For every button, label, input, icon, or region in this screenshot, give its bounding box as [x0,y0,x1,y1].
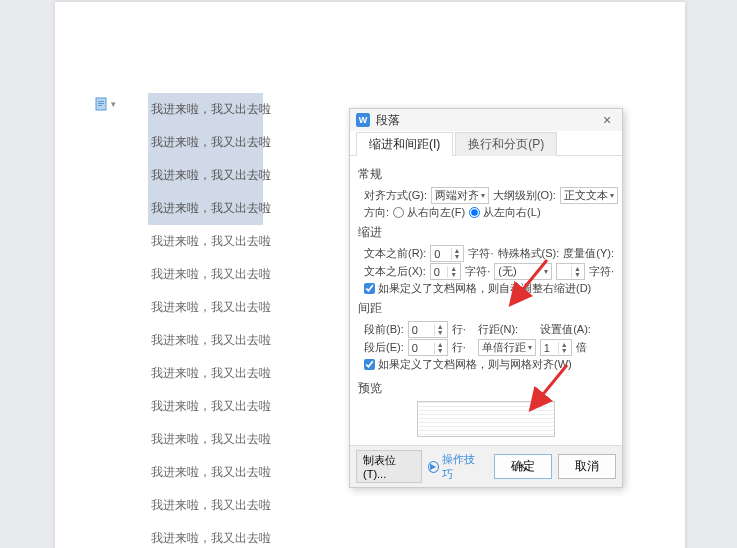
dialog-body: 常规 对齐方式(G): 两端对齐▾ 大纲级别(O): 正文文本▾ 方向: 从右向… [350,156,622,445]
text-line[interactable]: 我进来啦，我又出去啦 [148,225,263,258]
chevron-down-icon: ▾ [111,99,116,109]
tab-indent-spacing[interactable]: 缩进和间距(I) [356,132,453,156]
combo-special[interactable]: (无)▾ [494,263,552,280]
label-direction: 方向: [364,205,389,220]
label-linespacing: 行距(N): [478,322,518,337]
svg-rect-3 [98,105,102,106]
text-line[interactable]: 我进来啦，我又出去啦 [148,357,263,390]
spin-measure[interactable]: ▲▼ [556,263,585,280]
text-line[interactable]: 我进来啦，我又出去啦 [148,159,263,192]
cancel-button[interactable]: 取消 [558,454,616,479]
text-line[interactable]: 我进来啦，我又出去啦 [148,126,263,159]
spin-setvalue[interactable]: 1▲▼ [540,339,572,356]
ok-button[interactable]: 确定 ↖ [494,454,552,479]
label-alignment: 对齐方式(G): [364,188,427,203]
spin-after-text[interactable]: 0▲▼ [430,263,462,280]
spin-space-after[interactable]: 0▲▼ [408,339,448,356]
dialog-title: 段落 [376,112,400,129]
tab-line-page-break[interactable]: 换行和分页(P) [455,132,557,156]
label-special: 特殊格式(S): [498,246,560,261]
dialog-titlebar: W 段落 × [350,109,622,131]
document-icon: ▾ [95,97,116,111]
spin-before-text[interactable]: 0▲▼ [430,245,464,262]
section-preview: 预览 [358,380,614,397]
label-space-after: 段后(E): [364,340,404,355]
combo-linespacing[interactable]: 单倍行距▾ [478,339,536,356]
section-general: 常规 [358,166,614,183]
text-line[interactable]: 我进来啦，我又出去啦 [148,93,263,126]
paragraph-dialog: W 段落 × 缩进和间距(I) 换行和分页(P) 常规 对齐方式(G): 两端对… [349,108,623,488]
combo-outline[interactable]: 正文文本▾ [560,187,618,204]
dialog-tabbar: 缩进和间距(I) 换行和分页(P) [350,131,622,156]
label-outline: 大纲级别(O): [493,188,556,203]
radio-ltr[interactable]: 从左向右(L) [469,205,540,220]
label-setvalue: 设置值(A): [540,322,591,337]
label-space-before: 段前(B): [364,322,404,337]
cursor-icon: ↖ [519,461,528,474]
text-line[interactable]: 我进来啦，我又出去啦 [148,192,263,225]
close-icon[interactable]: × [598,112,616,128]
section-spacing: 间距 [358,300,614,317]
svg-rect-2 [98,103,104,104]
combo-alignment[interactable]: 两端对齐▾ [431,187,489,204]
dialog-footer: 制表位(T)... ▶ 操作技巧 确定 ↖ 取消 [350,445,622,487]
text-line[interactable]: 我进来啦，我又出去啦 [148,291,263,324]
text-line[interactable]: 我进来啦，我又出去啦 [148,258,263,291]
preview-box [417,401,555,437]
text-line[interactable]: 我进来啦，我又出去啦 [148,390,263,423]
label-measure: 度量值(Y): [563,246,614,261]
tips-link[interactable]: ▶ 操作技巧 [428,452,482,482]
text-line[interactable]: 我进来啦，我又出去啦 [148,456,263,489]
text-line[interactable]: 我进来啦，我又出去啦 [148,324,263,357]
label-after-text: 文本之后(X): [364,264,426,279]
document-text-block[interactable]: 我进来啦，我又出去啦我进来啦，我又出去啦我进来啦，我又出去啦我进来啦，我又出去啦… [148,93,263,548]
check-snap-grid[interactable]: 如果定义了文档网格，则与网格对齐(W) [364,357,572,372]
svg-rect-1 [98,101,104,102]
radio-rtl[interactable]: 从右向左(F) [393,205,465,220]
check-auto-indent[interactable]: 如果定义了文档网格，则自动调整右缩进(D) [364,281,591,296]
label-before-text: 文本之前(R): [364,246,426,261]
text-line[interactable]: 我进来啦，我又出去啦 [148,423,263,456]
spin-space-before[interactable]: 0▲▼ [408,321,448,338]
app-icon: W [356,113,370,127]
section-indent: 缩进 [358,224,614,241]
tabstops-button[interactable]: 制表位(T)... [356,450,422,483]
text-line[interactable]: 我进来啦，我又出去啦 [148,489,263,522]
text-line[interactable]: 我进来啦，我又出去啦 [148,522,263,548]
info-icon: ▶ [428,461,439,473]
